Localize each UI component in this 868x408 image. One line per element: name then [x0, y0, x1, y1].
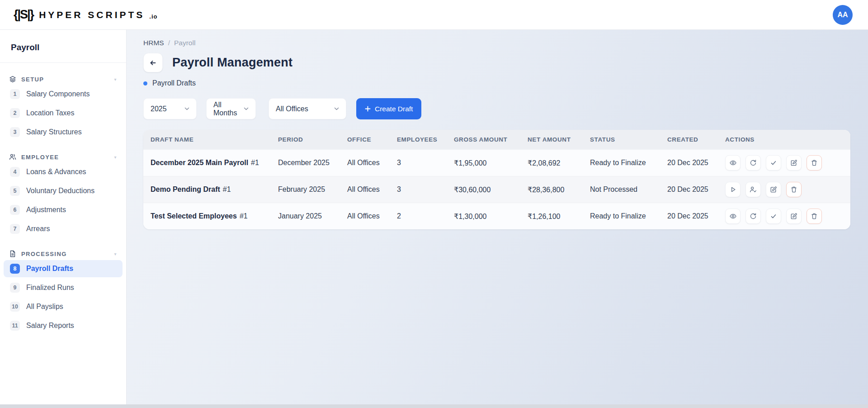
draft-name-cell: Test Selected Employees#1	[151, 212, 278, 220]
user-check-icon	[750, 186, 757, 193]
main-content: HRMS / Payroll Payroll Management Payrol…	[127, 30, 868, 404]
process-draft-button[interactable]	[725, 182, 741, 197]
draft-name-cell: Demo Pending Draft#1	[151, 185, 278, 194]
refresh-icon	[750, 159, 757, 166]
created-cell: 20 Dec 2025	[667, 212, 725, 220]
finalize-draft-button[interactable]	[766, 209, 781, 224]
chevron-down-icon: ▾	[114, 251, 117, 256]
office-cell: All Offices	[347, 212, 397, 220]
sidebar-item-all-payslips[interactable]: 10 All Payslips	[4, 298, 123, 315]
delete-draft-button[interactable]	[807, 209, 822, 224]
breadcrumb-hrms[interactable]: HRMS	[143, 39, 164, 47]
logo-suffix: .io	[149, 13, 157, 21]
created-cell: 20 Dec 2025	[667, 159, 725, 167]
breadcrumb-payroll: Payroll	[174, 39, 195, 47]
table-row: December 2025 Main Payroll#1 December 20…	[143, 149, 850, 176]
item-number-badge: 8	[10, 264, 20, 274]
draft-name-cell: December 2025 Main Payroll#1	[151, 159, 278, 167]
table-header-row: DRAFT NAME PERIOD OFFICE EMPLOYEES GROSS…	[143, 130, 850, 149]
actions-cell	[725, 155, 850, 171]
office-select[interactable]: All Offices	[269, 98, 346, 119]
created-cell: 20 Dec 2025	[667, 185, 725, 194]
logo-icon: {|S|}	[14, 8, 33, 21]
employees-cell: 2	[397, 212, 454, 220]
chevron-down-icon: ▾	[114, 77, 117, 82]
finalize-draft-button[interactable]	[766, 155, 781, 171]
check-icon	[770, 213, 777, 220]
sidebar-section-processing[interactable]: PROCESSING ▾	[9, 250, 117, 257]
sidebar-item-voluntary-deductions[interactable]: 5 Voluntary Deductions	[4, 182, 123, 199]
assign-employees-button[interactable]	[745, 182, 761, 197]
play-icon	[729, 186, 736, 193]
view-draft-button[interactable]	[725, 155, 741, 171]
delete-draft-button[interactable]	[786, 182, 802, 197]
actions-cell	[725, 209, 850, 224]
sidebar-section-setup[interactable]: SETUP ▾	[9, 76, 117, 83]
layers-icon	[9, 76, 16, 83]
sidebar-item-location-taxes[interactable]: 2 Location Taxes	[4, 104, 123, 122]
period-cell: February 2025	[278, 185, 347, 194]
gross-amount-cell: ₹30,60,000	[454, 185, 528, 194]
sidebar: Payroll SETUP ▾ 1 Salary Components 2 Lo…	[0, 30, 127, 404]
item-number-badge: 9	[10, 283, 20, 293]
employees-cell: 3	[397, 159, 454, 167]
edit-draft-button[interactable]	[766, 182, 781, 197]
refresh-icon	[750, 213, 757, 220]
edit-draft-button[interactable]	[786, 155, 802, 171]
sidebar-section-employee[interactable]: EMPLOYEE ▾	[9, 153, 117, 161]
recalculate-draft-button[interactable]	[745, 155, 761, 171]
trash-icon	[790, 186, 797, 193]
eye-icon	[729, 159, 737, 166]
view-draft-button[interactable]	[725, 209, 741, 224]
sidebar-item-adjustments[interactable]: 6 Adjustments	[4, 201, 123, 218]
sidebar-item-finalized-runs[interactable]: 9 Finalized Runs	[4, 279, 123, 296]
sidebar-item-payroll-drafts[interactable]: 8 Payroll Drafts	[4, 260, 123, 277]
item-number-badge: 5	[10, 186, 20, 196]
breadcrumb-separator: /	[168, 39, 170, 47]
edit-icon	[770, 186, 777, 193]
plus-icon	[365, 106, 371, 112]
period-cell: December 2025	[278, 159, 347, 167]
logo-text: HYPER SCRIPTS	[39, 9, 145, 20]
status-cell: Ready to Finalize	[590, 212, 667, 220]
edit-draft-button[interactable]	[786, 209, 802, 224]
page-title: Payroll Management	[172, 56, 292, 70]
net-amount-cell: ₹1,26,100	[528, 212, 590, 221]
eye-icon	[729, 213, 737, 220]
sidebar-title: Payroll	[0, 30, 126, 63]
sidebar-item-loans-advances[interactable]: 4 Loans & Advances	[4, 163, 123, 180]
trash-icon	[811, 159, 818, 166]
people-icon	[9, 153, 16, 161]
chevron-down-icon	[334, 107, 339, 110]
month-select[interactable]: All Months	[206, 98, 256, 119]
recalculate-draft-button[interactable]	[745, 209, 761, 224]
arrow-left-icon	[149, 59, 157, 66]
table-row: Test Selected Employees#1 January 2025 A…	[143, 203, 850, 229]
net-amount-cell: ₹2,08,692	[528, 159, 590, 167]
chevron-down-icon	[184, 107, 189, 110]
sidebar-item-salary-components[interactable]: 1 Salary Components	[4, 85, 123, 103]
delete-draft-button[interactable]	[807, 155, 822, 171]
create-draft-button[interactable]: Create Draft	[356, 98, 421, 119]
sidebar-item-salary-reports[interactable]: 11 Salary Reports	[4, 317, 123, 334]
item-number-badge: 4	[10, 167, 20, 177]
check-icon	[770, 159, 777, 166]
item-number-badge: 10	[10, 302, 20, 312]
horizontal-scrollbar[interactable]	[0, 404, 868, 408]
user-avatar[interactable]: AA	[833, 5, 853, 25]
status-cell: Ready to Finalize	[590, 159, 667, 167]
top-header: {|S|} HYPER SCRIPTS .io AA	[0, 0, 868, 30]
sidebar-item-salary-structures[interactable]: 3 Salary Structures	[4, 123, 123, 141]
status-cell: Not Processed	[590, 185, 667, 194]
chevron-down-icon	[244, 107, 249, 110]
chevron-down-icon: ▾	[114, 155, 117, 160]
sidebar-item-arrears[interactable]: 7 Arrears	[4, 220, 123, 237]
document-icon	[9, 250, 16, 257]
item-number-badge: 3	[10, 127, 20, 137]
actions-cell	[725, 182, 850, 197]
back-button[interactable]	[143, 53, 163, 72]
status-dot	[143, 81, 147, 85]
item-number-badge: 1	[10, 89, 20, 99]
trash-icon	[811, 213, 818, 220]
year-select[interactable]: 2025	[143, 98, 197, 119]
